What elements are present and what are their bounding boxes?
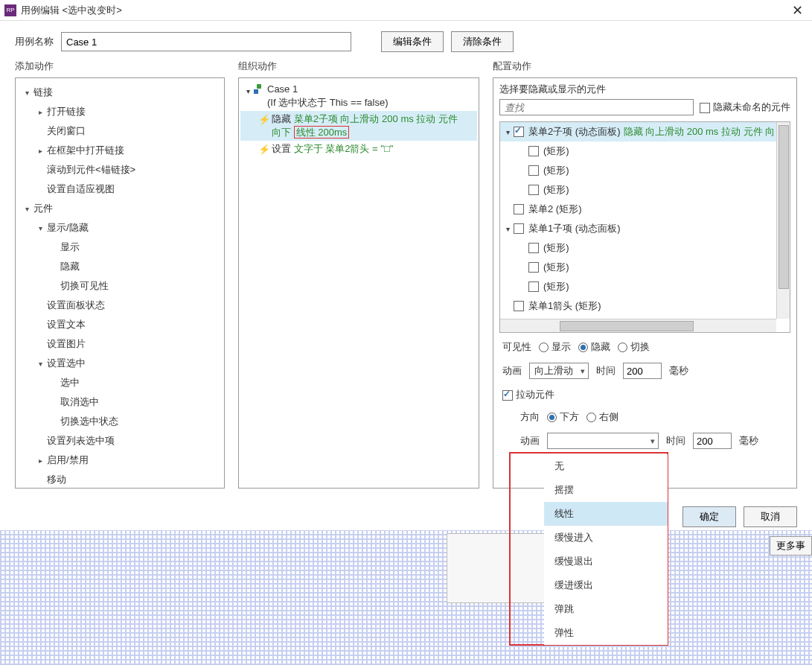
- tree-item[interactable]: 选中: [19, 373, 221, 392]
- close-icon[interactable]: ✕: [787, 2, 808, 19]
- radio-down[interactable]: 下方: [547, 410, 579, 424]
- checkbox-icon[interactable]: [514, 204, 524, 214]
- widget-label: 菜单1箭头 (矩形): [528, 299, 601, 313]
- hide-unnamed-checkbox[interactable]: 隐藏未命名的元件: [700, 101, 790, 114]
- dropdown-option[interactable]: 摇摆: [544, 478, 668, 502]
- widget-tree-row[interactable]: ▾菜单1子项 (动态面板): [500, 219, 776, 238]
- radio-toggle[interactable]: 切换: [618, 340, 650, 354]
- action-row-hide[interactable]: ⚡ 隐藏 菜单2子项 向上滑动 200 ms 拉动 元件 向下 线性 200ms: [240, 111, 477, 141]
- checkbox-icon[interactable]: [528, 281, 539, 292]
- h-scrollbar[interactable]: [500, 319, 776, 332]
- time-label: 时间: [596, 364, 616, 378]
- tree-label: 关闭窗口: [45, 124, 86, 138]
- tree-item[interactable]: 设置图片: [19, 334, 221, 354]
- anim-select[interactable]: 向上滑动: [529, 363, 589, 379]
- radio-show[interactable]: 显示: [539, 340, 571, 354]
- expand-icon[interactable]: ▾: [243, 85, 252, 98]
- tree-item[interactable]: ▾链接: [19, 83, 221, 102]
- chevron-icon: ▾: [22, 205, 32, 213]
- checkbox-icon[interactable]: [528, 146, 539, 156]
- tree-label: 移动: [45, 473, 66, 486]
- case-row[interactable]: ▾ Case 1 (If 选中状态于 This == false): [240, 81, 477, 111]
- tree-item[interactable]: 关闭窗口: [19, 121, 221, 141]
- checkbox-icon[interactable]: [514, 301, 524, 311]
- easing-dropdown[interactable]: 无摇摆线性缓慢进入缓慢退出缓进缓出弹跳弹性: [544, 454, 668, 645]
- ok-button[interactable]: 确定: [682, 506, 736, 527]
- anim2-select[interactable]: [547, 433, 659, 449]
- more-button[interactable]: 更多事: [770, 536, 812, 556]
- tree-item[interactable]: ▾设置选中: [19, 354, 221, 373]
- dropdown-option[interactable]: 线性: [544, 502, 668, 526]
- widget-label: 菜单2 (矩形): [528, 203, 582, 216]
- checkbox-icon[interactable]: [514, 223, 524, 234]
- widget-tree-row[interactable]: 菜单2 (矩形): [500, 200, 776, 219]
- checkbox-icon[interactable]: [528, 262, 539, 273]
- chevron-icon: ▸: [35, 147, 45, 155]
- background-pattern: [0, 530, 812, 665]
- radio-right[interactable]: 右侧: [586, 410, 618, 424]
- action-green: 文字于 菜单2箭头 = "□": [294, 143, 394, 154]
- clear-condition-button[interactable]: 清除条件: [451, 31, 514, 52]
- tree-item[interactable]: ▾显示/隐藏: [19, 218, 221, 238]
- case-condition: (If 选中状态于 This == false): [267, 97, 389, 108]
- tree-item[interactable]: 滚动到元件<锚链接>: [19, 160, 221, 179]
- widget-label: (矩形): [543, 261, 569, 274]
- tree-label: 打开链接: [45, 105, 86, 118]
- cancel-button[interactable]: 取消: [744, 506, 797, 527]
- direction-row: 方向 下方 右侧: [502, 410, 787, 424]
- edit-condition-button[interactable]: 编辑条件: [381, 31, 444, 52]
- dropdown-option[interactable]: 无: [544, 454, 668, 478]
- dropdown-option[interactable]: 缓进缓出: [544, 573, 668, 597]
- tree-item[interactable]: ▾元件: [19, 199, 221, 218]
- case-name-input[interactable]: [61, 32, 351, 51]
- cfg-title: 选择要隐藏或显示的元件: [499, 83, 790, 96]
- radio-hide[interactable]: 隐藏: [578, 340, 610, 354]
- dropdown-option[interactable]: 弹跳: [544, 597, 668, 621]
- v-scrollbar[interactable]: [776, 122, 790, 319]
- checkbox-icon[interactable]: [528, 165, 539, 176]
- tree-item[interactable]: 隐藏: [19, 257, 221, 276]
- pull-row: 拉动元件: [502, 388, 787, 401]
- pull-widgets-checkbox[interactable]: 拉动元件: [502, 388, 554, 401]
- tree-item[interactable]: 切换可见性: [19, 276, 221, 296]
- window-title: 用例编辑 <选中改变时>: [21, 4, 787, 17]
- search-input[interactable]: [499, 99, 694, 115]
- tree-item[interactable]: 设置列表选中项: [19, 431, 221, 451]
- anim2-label: 动画: [520, 434, 540, 448]
- widget-tree-row[interactable]: (矩形): [500, 258, 776, 277]
- titlebar: RP 用例编辑 <选中改变时> ✕: [0, 0, 812, 21]
- organize-action-header: 组织动作: [238, 60, 479, 73]
- tree-label: 设置列表选中项: [45, 434, 115, 448]
- action-row-set[interactable]: ⚡ 设置 文字于 菜单2箭头 = "□": [240, 141, 477, 158]
- tree-item[interactable]: 取消选中: [19, 392, 221, 412]
- dropdown-option[interactable]: 弹性: [544, 621, 668, 645]
- tree-label: 隐藏: [59, 260, 80, 273]
- dropdown-option[interactable]: 缓慢退出: [544, 550, 668, 573]
- tree-item[interactable]: 设置自适应视图: [19, 179, 221, 199]
- tree-item[interactable]: 设置文本: [19, 315, 221, 334]
- checkbox-icon[interactable]: [514, 127, 524, 137]
- widget-label: 菜单1子项 (动态面板): [528, 222, 621, 235]
- tree-item[interactable]: 移动: [19, 470, 221, 489]
- widget-tree-row[interactable]: 菜单1箭头 (矩形): [500, 296, 776, 316]
- widget-tree-row[interactable]: (矩形): [500, 277, 776, 296]
- tree-item[interactable]: ▸启用/禁用: [19, 451, 221, 470]
- dropdown-option[interactable]: 缓慢进入: [544, 526, 668, 550]
- checkbox-icon[interactable]: [528, 185, 539, 195]
- widget-tree-row[interactable]: (矩形): [500, 180, 776, 200]
- ms-label: 毫秒: [669, 364, 688, 378]
- widget-tree-row[interactable]: (矩形): [500, 141, 776, 161]
- time-input[interactable]: [623, 363, 662, 379]
- time2-input[interactable]: [693, 433, 732, 449]
- widget-label: (矩形): [543, 164, 569, 177]
- widget-tree-row[interactable]: ▾菜单2子项 (动态面板)隐藏 向上滑动 200 ms 拉动 元件 向: [500, 122, 776, 141]
- tree-item[interactable]: 切换选中状态: [19, 412, 221, 431]
- tree-item[interactable]: ▸打开链接: [19, 102, 221, 121]
- widget-tree-row[interactable]: (矩形): [500, 161, 776, 180]
- widget-tree-row[interactable]: (矩形): [500, 238, 776, 258]
- tree-item[interactable]: ▸在框架中打开链接: [19, 141, 221, 160]
- tree-label: 切换选中状态: [59, 415, 118, 428]
- tree-item[interactable]: 显示: [19, 238, 221, 257]
- tree-item[interactable]: 设置面板状态: [19, 296, 221, 315]
- checkbox-icon[interactable]: [528, 243, 539, 253]
